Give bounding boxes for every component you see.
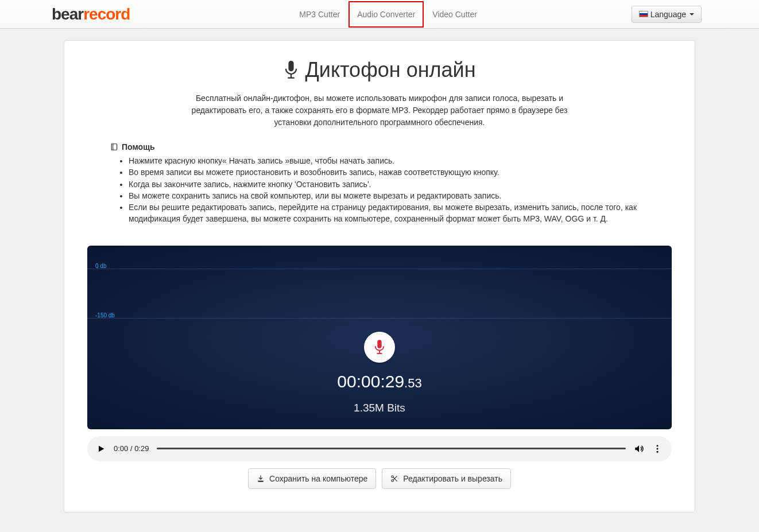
help-title-text: Помощь bbox=[122, 142, 155, 152]
language-label: Language bbox=[650, 10, 686, 19]
brand-record: record bbox=[83, 5, 130, 23]
page-title-text: Диктофон онлайн bbox=[305, 58, 475, 82]
recording-size: 1.35M Bits bbox=[87, 402, 672, 414]
help-item: Вы можете сохранить запись на свой компь… bbox=[129, 190, 649, 201]
download-icon bbox=[257, 475, 265, 483]
play-icon bbox=[96, 444, 106, 453]
play-button[interactable] bbox=[96, 444, 106, 453]
flag-ru-icon bbox=[639, 11, 648, 17]
scissors-icon bbox=[390, 475, 398, 483]
language-button[interactable]: Language bbox=[632, 6, 702, 23]
edit-label: Редактировать и вырезать bbox=[403, 474, 502, 483]
main-card: Диктофон онлайн Бесплатный онлайн-диктоф… bbox=[64, 40, 695, 512]
svg-rect-0 bbox=[289, 61, 294, 71]
help-item: Если вы решите редактировать запись, пер… bbox=[129, 201, 649, 225]
svg-point-10 bbox=[392, 480, 394, 482]
timer-ms: .53 bbox=[404, 376, 422, 390]
action-buttons: Сохранить на компьютере Редактировать и … bbox=[87, 468, 672, 489]
svg-rect-3 bbox=[377, 340, 381, 348]
brand-bear: bear bbox=[52, 5, 83, 23]
microphone-icon bbox=[373, 340, 386, 355]
help-item: Нажмите красную кнопку« Начать запись »в… bbox=[129, 155, 649, 166]
svg-point-6 bbox=[657, 445, 659, 446]
help-list: Нажмите красную кнопку« Начать запись »в… bbox=[129, 155, 649, 225]
volume-icon bbox=[634, 444, 644, 454]
navbar: bearrecord MP3 Cutter Audio Converter Vi… bbox=[0, 0, 759, 29]
help-title: Помощь bbox=[110, 142, 649, 152]
save-button[interactable]: Сохранить на компьютере bbox=[248, 468, 376, 489]
svg-point-7 bbox=[657, 448, 659, 449]
caret-down-icon bbox=[690, 13, 694, 15]
db-line bbox=[87, 269, 672, 269]
brand-logo[interactable]: bearrecord bbox=[52, 5, 130, 24]
timer-main: 00:00:29 bbox=[337, 372, 404, 391]
nav-links: MP3 Cutter Audio Converter Video Cutter bbox=[291, 1, 486, 28]
microphone-icon bbox=[283, 61, 299, 79]
edit-button[interactable]: Редактировать и вырезать bbox=[382, 468, 511, 489]
book-icon bbox=[110, 143, 118, 151]
help-item: Во время записи вы можете приостановить … bbox=[129, 166, 649, 178]
help-item: Когда вы закончите запись, нажмите кнопк… bbox=[129, 178, 649, 190]
nav-link-mp3-cutter[interactable]: MP3 Cutter bbox=[291, 1, 348, 28]
player-menu-button[interactable] bbox=[652, 444, 663, 454]
player-time: 0:00 / 0:29 bbox=[114, 444, 149, 453]
db-line bbox=[87, 318, 672, 319]
help-section: Помощь Нажмите красную кнопку« Начать за… bbox=[110, 142, 649, 225]
svg-point-9 bbox=[392, 476, 394, 478]
recorder-panel: 0 db -150 db 00:00:29.53 1.35M Bits bbox=[87, 246, 672, 429]
nav-link-audio-converter[interactable]: Audio Converter bbox=[348, 1, 424, 28]
seek-bar[interactable] bbox=[157, 448, 626, 449]
volume-button[interactable] bbox=[634, 444, 644, 454]
record-button[interactable] bbox=[364, 332, 395, 363]
recording-timer: 00:00:29.53 bbox=[87, 372, 672, 391]
page-lead: Бесплатный онлайн-диктофон, вы можете ис… bbox=[184, 92, 575, 129]
save-label: Сохранить на компьютере bbox=[269, 474, 367, 483]
kebab-icon bbox=[652, 444, 663, 454]
main-container: Диктофон онлайн Бесплатный онлайн-диктоф… bbox=[64, 40, 695, 512]
svg-point-8 bbox=[657, 451, 659, 453]
nav-link-video-cutter[interactable]: Video Cutter bbox=[424, 1, 486, 28]
audio-player: 0:00 / 0:29 bbox=[87, 436, 672, 461]
page-title: Диктофон онлайн bbox=[87, 58, 672, 82]
